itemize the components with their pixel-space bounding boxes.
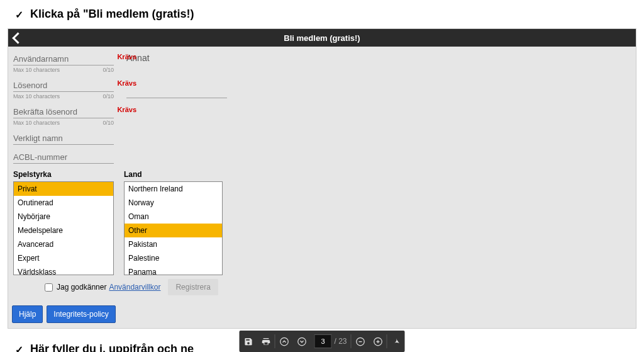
list-item[interactable]: Pakistan xyxy=(125,237,222,251)
username-field[interactable]: Användarnamn Krävs Max 10 characters 0/1… xyxy=(13,53,114,73)
privacy-button[interactable]: Integritets-policy xyxy=(47,305,115,323)
list-item[interactable]: Medelspelare xyxy=(14,224,113,237)
list-item[interactable]: Avancerad xyxy=(14,237,113,251)
list-item[interactable]: Other xyxy=(125,224,222,237)
doc-heading-1-text: Klicka på "Bli medlem (gratis!) xyxy=(30,8,194,20)
country-listbox[interactable]: Northern IrelandNorwayOmanOtherPakistanP… xyxy=(124,181,223,275)
terms-link[interactable]: Användarvillkor xyxy=(109,283,160,292)
save-icon[interactable] xyxy=(239,331,257,352)
password-field[interactable]: Lösenord Krävs Max 10 characters 0/10 xyxy=(13,79,114,99)
pdf-toolbar: / 23 xyxy=(239,331,404,352)
doc-heading-2-text: Här fyller du i, uppifrån och ne xyxy=(30,343,194,352)
svg-point-0 xyxy=(280,338,288,346)
list-item[interactable]: Världsklass xyxy=(14,265,113,275)
page-up-icon[interactable] xyxy=(275,331,292,352)
list-item[interactable]: Nybörjare xyxy=(14,210,113,224)
agree-checkbox[interactable] xyxy=(45,283,53,292)
check-icon: ✓ xyxy=(15,9,23,21)
skill-listbox[interactable]: PrivatOrutineradNybörjareMedelspelareAva… xyxy=(13,181,114,275)
doc-heading-1: ✓ Klicka på "Bli medlem (gratis!) xyxy=(0,3,644,26)
username-helper: Max 10 characters xyxy=(13,67,60,73)
confirm-counter: 0/10 xyxy=(103,120,114,126)
list-item[interactable]: Panama xyxy=(125,265,222,275)
password-label: Lösenord xyxy=(13,79,114,92)
list-item[interactable]: Northern Ireland xyxy=(125,182,222,196)
page-total: / 23 xyxy=(334,337,347,346)
list-item[interactable]: Norway xyxy=(125,196,222,210)
form-body: Användarnamn Krävs Max 10 characters 0/1… xyxy=(8,47,636,300)
annat-label: Annat xyxy=(126,53,233,65)
confirm-label: Bekräfta lösenord xyxy=(13,106,114,118)
username-counter: 0/10 xyxy=(103,67,114,73)
app-header: Bli medlem (gratis!) xyxy=(8,29,636,47)
register-button[interactable]: Registrera xyxy=(168,279,218,295)
acbl-label: ACBL-nummer xyxy=(13,151,114,164)
list-item[interactable]: Oman xyxy=(125,210,222,224)
realname-field[interactable]: Verkligt namn xyxy=(13,132,114,145)
list-item[interactable]: Expert xyxy=(14,251,113,265)
zoom-out-icon[interactable] xyxy=(352,331,369,352)
confirm-helper: Max 10 characters xyxy=(13,120,60,126)
page-down-icon[interactable] xyxy=(292,331,310,352)
page-number-input[interactable] xyxy=(314,334,331,348)
password-helper: Max 10 characters xyxy=(13,93,60,99)
list-item[interactable]: Palestine xyxy=(125,251,222,265)
zoom-in-icon[interactable] xyxy=(369,331,387,352)
app-frame: Bli medlem (gratis!) Användarnamn Krävs … xyxy=(8,28,636,329)
agree-text: Jag godkänner xyxy=(57,283,106,292)
acrobat-icon[interactable] xyxy=(387,331,405,352)
username-label: Användarnamn xyxy=(13,53,114,65)
required-badge: Krävs xyxy=(117,106,136,113)
footer-buttons: Hjälp Integritets-policy xyxy=(8,300,636,328)
password-counter: 0/10 xyxy=(103,93,114,99)
list-item[interactable]: Privat xyxy=(14,182,113,196)
country-title: Land xyxy=(124,170,223,181)
skill-title: Spelstyrka xyxy=(13,170,114,181)
annat-input[interactable] xyxy=(126,97,227,98)
help-button[interactable]: Hjälp xyxy=(12,305,43,323)
svg-point-1 xyxy=(297,338,306,346)
acbl-field[interactable]: ACBL-nummer xyxy=(13,151,114,164)
confirm-field[interactable]: Bekräfta lösenord Krävs Max 10 character… xyxy=(13,106,114,126)
required-badge: Krävs xyxy=(117,79,136,87)
check-icon: ✓ xyxy=(15,344,23,352)
print-icon[interactable] xyxy=(257,331,274,352)
realname-label: Verkligt namn xyxy=(13,132,114,145)
list-item[interactable]: Orutinerad xyxy=(14,196,113,210)
app-title: Bli medlem (gratis!) xyxy=(8,33,636,43)
required-badge: Krävs xyxy=(117,53,136,60)
